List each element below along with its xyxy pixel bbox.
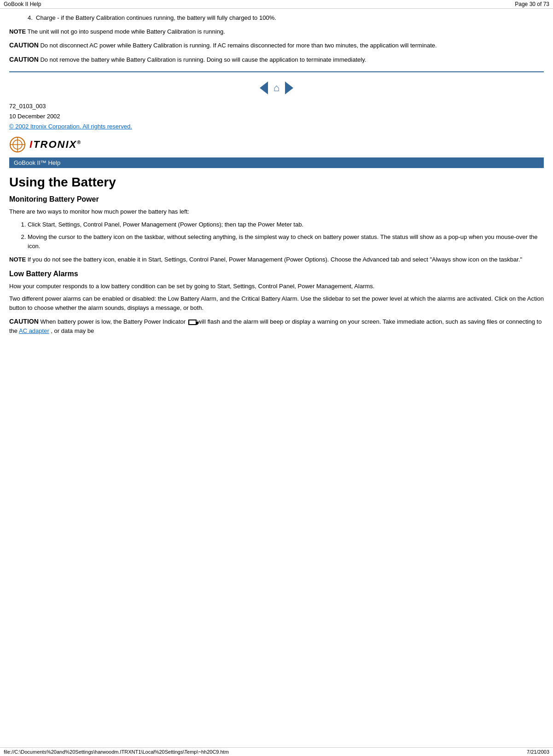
file-path: file://C:\Documents%20and%20Settings\har…	[4, 749, 229, 755]
copyright: © 2002 Itronix Corporation. All rights r…	[9, 122, 544, 132]
ac-adapter-link[interactable]: AC adapter	[19, 327, 49, 334]
monitor-list-item-1: Click Start, Settings, Control Panel, Po…	[28, 220, 544, 229]
doc-date: 10 December 2002	[9, 111, 544, 122]
subsection1-title: Monitoring Battery Power	[9, 195, 544, 204]
footer-date: 7/21/2003	[527, 749, 549, 755]
note2-label: NOTE	[9, 256, 26, 263]
section-title: Using the Battery	[9, 175, 544, 190]
caution3-text-before: When battery power is low, the Battery P…	[39, 318, 187, 325]
footer-info: 72_0103_003 10 December 2002 © 2002 Itro…	[9, 101, 544, 132]
caution3-text-end: , or data may be	[49, 327, 94, 334]
copyright-link[interactable]: © 2002 Itronix Corporation. All rights r…	[9, 123, 132, 130]
prev-arrow[interactable]	[260, 81, 268, 94]
arrow-left-icon	[260, 81, 268, 94]
itronix-logo-icon	[9, 136, 26, 153]
caution-1: CAUTION Do not disconnect AC power while…	[9, 41, 544, 50]
gobook-header-bar: GoBook II™ Help	[9, 157, 544, 168]
note1-label: NOTE	[9, 28, 26, 35]
battery-power-icon	[188, 320, 197, 325]
app-title: GoBook II Help	[4, 1, 41, 7]
bottom-bar: file://C:\Documents%20and%20Settings\har…	[0, 747, 553, 756]
caution-2: CAUTION Do not remove the battery while …	[9, 55, 544, 64]
monitor-list-item-2: Moving the cursor to the battery icon on…	[28, 233, 544, 250]
arrow-right-icon	[285, 81, 293, 94]
low-battery-para2: Two different power alarms can be enable…	[9, 294, 544, 312]
logo-text: ITRONIX®	[29, 139, 81, 151]
home-arrow[interactable]: ⌂	[274, 82, 279, 94]
note-2: NOTE If you do not see the battery icon,…	[9, 255, 544, 264]
note-1: NOTE The unit will not go into suspend m…	[9, 27, 544, 36]
header-bar: GoBook II Help Page 30 of 73	[0, 0, 553, 9]
page-info: Page 30 of 73	[515, 1, 549, 7]
caution2-label: CAUTION	[9, 56, 39, 63]
next-arrow[interactable]	[285, 81, 293, 94]
caution3-label: CAUTION	[9, 318, 39, 325]
subsection2-title: Low Battery Alarms	[9, 270, 544, 278]
step-4: 4. Charge - if the Battery Calibration c…	[28, 13, 544, 23]
low-battery-para1: How your computer responds to a low batt…	[9, 282, 544, 291]
divider-1	[9, 71, 544, 72]
main-content: 4. Charge - if the Battery Calibration c…	[0, 9, 553, 345]
nav-arrows: ⌂	[9, 81, 544, 94]
caution2-text: Do not remove the battery while Battery …	[39, 56, 367, 63]
itronix-logo: ITRONIX®	[9, 136, 544, 153]
gobook-bar-text: GoBook II™ Help	[14, 159, 60, 166]
monitor-intro: There are two ways to monitor how much p…	[9, 207, 544, 216]
caution-3: CAUTION When battery power is low, the B…	[9, 317, 544, 336]
doc-number: 72_0103_003	[9, 101, 544, 111]
caution1-text: Do not disconnect AC power while Battery…	[39, 42, 437, 49]
caution1-label: CAUTION	[9, 41, 39, 49]
monitor-list: Click Start, Settings, Control Panel, Po…	[28, 220, 544, 251]
note2-text: If you do not see the battery icon, enab…	[26, 256, 522, 263]
home-icon: ⌂	[274, 82, 279, 94]
note1-text: The unit will not go into suspend mode w…	[26, 28, 225, 35]
